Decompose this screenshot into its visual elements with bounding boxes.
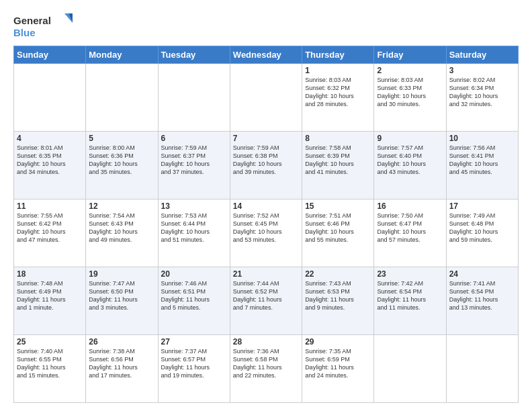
day-info: Sunrise: 8:00 AM Sunset: 6:36 PM Dayligh… (89, 144, 154, 177)
weekday-header-monday: Monday (86, 46, 158, 64)
day-number: 22 (305, 269, 371, 279)
calendar-cell: 7Sunrise: 7:59 AM Sunset: 6:38 PM Daylig… (230, 132, 302, 199)
day-info: Sunrise: 7:48 AM Sunset: 6:49 PM Dayligh… (17, 279, 83, 312)
day-info: Sunrise: 7:54 AM Sunset: 6:43 PM Dayligh… (89, 212, 154, 244)
weekday-header-row: SundayMondayTuesdayWednesdayThursdayFrid… (14, 46, 519, 64)
day-number: 9 (377, 134, 443, 143)
calendar-cell: 25Sunrise: 7:40 AM Sunset: 6:55 PM Dayli… (14, 335, 86, 403)
day-number: 12 (89, 201, 154, 211)
day-info: Sunrise: 7:59 AM Sunset: 6:38 PM Dayligh… (233, 144, 299, 177)
day-info: Sunrise: 7:40 AM Sunset: 6:55 PM Dayligh… (17, 347, 83, 380)
calendar-cell: 14Sunrise: 7:52 AM Sunset: 6:45 PM Dayli… (230, 199, 302, 267)
day-info: Sunrise: 7:58 AM Sunset: 6:39 PM Dayligh… (305, 144, 371, 177)
day-info: Sunrise: 7:52 AM Sunset: 6:45 PM Dayligh… (233, 212, 299, 244)
weekday-header-tuesday: Tuesday (158, 46, 230, 64)
calendar-page: General Blue SundayMondayTuesdayWednesda… (0, 0, 532, 411)
day-number: 16 (377, 201, 443, 211)
calendar-cell: 8Sunrise: 7:58 AM Sunset: 6:39 PM Daylig… (302, 132, 374, 199)
calendar-cell (374, 335, 446, 403)
day-number: 24 (449, 269, 515, 279)
week-row-2: 4Sunrise: 8:01 AM Sunset: 6:35 PM Daylig… (14, 132, 519, 199)
day-info: Sunrise: 7:51 AM Sunset: 6:46 PM Dayligh… (305, 212, 371, 244)
calendar-cell: 19Sunrise: 7:47 AM Sunset: 6:50 PM Dayli… (86, 267, 158, 335)
day-number: 10 (449, 134, 515, 143)
day-number: 4 (17, 134, 83, 143)
day-number: 3 (449, 66, 515, 75)
day-number: 19 (89, 269, 154, 279)
day-info: Sunrise: 7:43 AM Sunset: 6:53 PM Dayligh… (305, 279, 371, 312)
day-number: 2 (377, 66, 443, 75)
day-info: Sunrise: 7:37 AM Sunset: 6:57 PM Dayligh… (161, 347, 227, 380)
svg-text:Blue: Blue (13, 27, 36, 38)
calendar-cell: 1Sunrise: 8:03 AM Sunset: 6:32 PM Daylig… (302, 64, 374, 132)
weekday-header-wednesday: Wednesday (230, 46, 302, 64)
day-number: 13 (161, 201, 227, 211)
calendar-cell (158, 64, 230, 132)
day-info: Sunrise: 8:03 AM Sunset: 6:33 PM Dayligh… (377, 76, 443, 109)
day-info: Sunrise: 8:01 AM Sunset: 6:35 PM Dayligh… (17, 144, 83, 177)
calendar-table: SundayMondayTuesdayWednesdayThursdayFrid… (13, 46, 519, 403)
calendar-cell: 28Sunrise: 7:36 AM Sunset: 6:58 PM Dayli… (230, 335, 302, 403)
calendar-cell: 13Sunrise: 7:53 AM Sunset: 6:44 PM Dayli… (158, 199, 230, 267)
day-number: 27 (161, 337, 227, 347)
day-info: Sunrise: 7:47 AM Sunset: 6:50 PM Dayligh… (89, 279, 154, 312)
week-row-5: 25Sunrise: 7:40 AM Sunset: 6:55 PM Dayli… (14, 335, 519, 403)
calendar-cell: 20Sunrise: 7:46 AM Sunset: 6:51 PM Dayli… (158, 267, 230, 335)
day-number: 11 (17, 201, 83, 211)
day-info: Sunrise: 8:03 AM Sunset: 6:32 PM Dayligh… (305, 76, 371, 109)
day-info: Sunrise: 7:49 AM Sunset: 6:48 PM Dayligh… (449, 212, 515, 244)
day-number: 29 (305, 337, 371, 347)
calendar-cell: 4Sunrise: 8:01 AM Sunset: 6:35 PM Daylig… (14, 132, 86, 199)
calendar-cell: 2Sunrise: 8:03 AM Sunset: 6:33 PM Daylig… (374, 64, 446, 132)
calendar-cell: 21Sunrise: 7:44 AM Sunset: 6:52 PM Dayli… (230, 267, 302, 335)
logo: General Blue (13, 11, 74, 40)
day-number: 25 (17, 337, 83, 347)
calendar-cell: 3Sunrise: 8:02 AM Sunset: 6:34 PM Daylig… (446, 64, 518, 132)
day-info: Sunrise: 7:53 AM Sunset: 6:44 PM Dayligh… (161, 212, 227, 244)
day-number: 28 (233, 337, 299, 347)
day-info: Sunrise: 7:56 AM Sunset: 6:41 PM Dayligh… (449, 144, 515, 177)
day-number: 21 (233, 269, 299, 279)
day-number: 18 (17, 269, 83, 279)
day-info: Sunrise: 7:35 AM Sunset: 6:59 PM Dayligh… (305, 347, 371, 380)
calendar-cell: 26Sunrise: 7:38 AM Sunset: 6:56 PM Dayli… (86, 335, 158, 403)
week-row-1: 1Sunrise: 8:03 AM Sunset: 6:32 PM Daylig… (14, 64, 519, 132)
calendar-cell (86, 64, 158, 132)
day-info: Sunrise: 7:41 AM Sunset: 6:54 PM Dayligh… (449, 279, 515, 312)
day-info: Sunrise: 7:42 AM Sunset: 6:54 PM Dayligh… (377, 279, 443, 312)
calendar-cell: 15Sunrise: 7:51 AM Sunset: 6:46 PM Dayli… (302, 199, 374, 267)
day-number: 26 (89, 337, 154, 347)
header: General Blue (13, 11, 519, 40)
calendar-cell: 10Sunrise: 7:56 AM Sunset: 6:41 PM Dayli… (446, 132, 518, 199)
day-info: Sunrise: 7:50 AM Sunset: 6:47 PM Dayligh… (377, 212, 443, 244)
day-info: Sunrise: 7:44 AM Sunset: 6:52 PM Dayligh… (233, 279, 299, 312)
logo-svg: General Blue (13, 11, 74, 40)
calendar-cell: 18Sunrise: 7:48 AM Sunset: 6:49 PM Dayli… (14, 267, 86, 335)
day-info: Sunrise: 7:57 AM Sunset: 6:40 PM Dayligh… (377, 144, 443, 177)
week-row-3: 11Sunrise: 7:55 AM Sunset: 6:42 PM Dayli… (14, 199, 519, 267)
day-number: 8 (305, 134, 371, 143)
calendar-cell: 9Sunrise: 7:57 AM Sunset: 6:40 PM Daylig… (374, 132, 446, 199)
day-number: 1 (305, 66, 371, 75)
weekday-header-sunday: Sunday (14, 46, 86, 64)
day-number: 23 (377, 269, 443, 279)
calendar-cell: 27Sunrise: 7:37 AM Sunset: 6:57 PM Dayli… (158, 335, 230, 403)
day-number: 5 (89, 134, 154, 143)
calendar-cell: 6Sunrise: 7:59 AM Sunset: 6:37 PM Daylig… (158, 132, 230, 199)
day-number: 17 (449, 201, 515, 211)
week-row-4: 18Sunrise: 7:48 AM Sunset: 6:49 PM Dayli… (14, 267, 519, 335)
day-number: 20 (161, 269, 227, 279)
day-info: Sunrise: 7:36 AM Sunset: 6:58 PM Dayligh… (233, 347, 299, 380)
calendar-cell: 5Sunrise: 8:00 AM Sunset: 6:36 PM Daylig… (86, 132, 158, 199)
day-info: Sunrise: 7:55 AM Sunset: 6:42 PM Dayligh… (17, 212, 83, 244)
calendar-cell: 24Sunrise: 7:41 AM Sunset: 6:54 PM Dayli… (446, 267, 518, 335)
calendar-cell: 22Sunrise: 7:43 AM Sunset: 6:53 PM Dayli… (302, 267, 374, 335)
calendar-cell: 29Sunrise: 7:35 AM Sunset: 6:59 PM Dayli… (302, 335, 374, 403)
day-number: 14 (233, 201, 299, 211)
calendar-cell (14, 64, 86, 132)
day-info: Sunrise: 7:59 AM Sunset: 6:37 PM Dayligh… (161, 144, 227, 177)
day-info: Sunrise: 7:38 AM Sunset: 6:56 PM Dayligh… (89, 347, 154, 380)
weekday-header-friday: Friday (374, 46, 446, 64)
day-number: 15 (305, 201, 371, 211)
day-info: Sunrise: 7:46 AM Sunset: 6:51 PM Dayligh… (161, 279, 227, 312)
